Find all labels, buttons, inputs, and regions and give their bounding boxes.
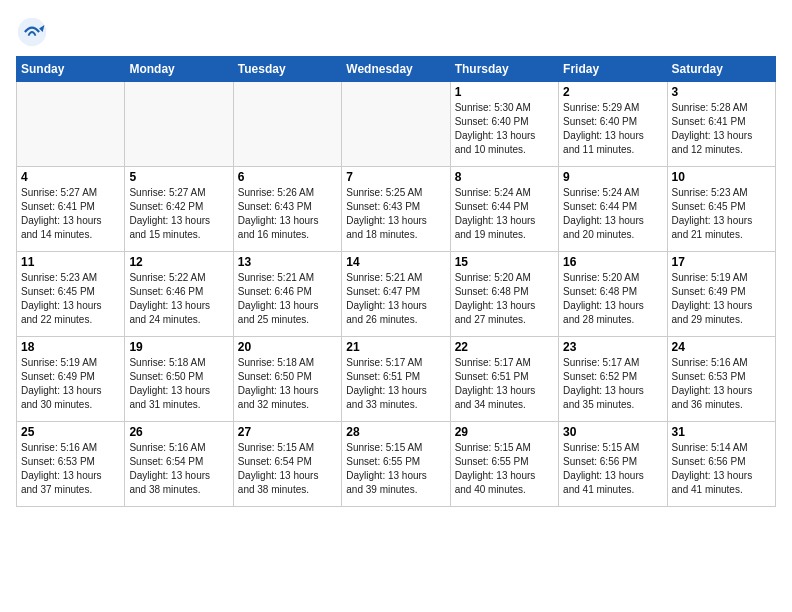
day-cell: 12Sunrise: 5:22 AMSunset: 6:46 PMDayligh… [125, 252, 233, 337]
day-info: Sunrise: 5:19 AMSunset: 6:49 PMDaylight:… [21, 356, 120, 412]
week-row-1: 1Sunrise: 5:30 AMSunset: 6:40 PMDaylight… [17, 82, 776, 167]
week-row-2: 4Sunrise: 5:27 AMSunset: 6:41 PMDaylight… [17, 167, 776, 252]
day-number: 29 [455, 425, 554, 439]
day-info: Sunrise: 5:20 AMSunset: 6:48 PMDaylight:… [455, 271, 554, 327]
day-number: 15 [455, 255, 554, 269]
day-number: 2 [563, 85, 662, 99]
day-number: 24 [672, 340, 771, 354]
day-info: Sunrise: 5:24 AMSunset: 6:44 PMDaylight:… [563, 186, 662, 242]
week-row-4: 18Sunrise: 5:19 AMSunset: 6:49 PMDayligh… [17, 337, 776, 422]
day-number: 27 [238, 425, 337, 439]
day-number: 8 [455, 170, 554, 184]
day-info: Sunrise: 5:17 AMSunset: 6:51 PMDaylight:… [346, 356, 445, 412]
day-number: 23 [563, 340, 662, 354]
day-number: 22 [455, 340, 554, 354]
day-info: Sunrise: 5:20 AMSunset: 6:48 PMDaylight:… [563, 271, 662, 327]
day-number: 18 [21, 340, 120, 354]
day-info: Sunrise: 5:28 AMSunset: 6:41 PMDaylight:… [672, 101, 771, 157]
day-info: Sunrise: 5:15 AMSunset: 6:55 PMDaylight:… [455, 441, 554, 497]
logo-icon [16, 16, 48, 48]
week-row-5: 25Sunrise: 5:16 AMSunset: 6:53 PMDayligh… [17, 422, 776, 507]
day-cell: 11Sunrise: 5:23 AMSunset: 6:45 PMDayligh… [17, 252, 125, 337]
day-cell [125, 82, 233, 167]
day-cell [17, 82, 125, 167]
day-info: Sunrise: 5:26 AMSunset: 6:43 PMDaylight:… [238, 186, 337, 242]
day-cell: 26Sunrise: 5:16 AMSunset: 6:54 PMDayligh… [125, 422, 233, 507]
day-cell: 17Sunrise: 5:19 AMSunset: 6:49 PMDayligh… [667, 252, 775, 337]
day-number: 1 [455, 85, 554, 99]
day-cell [342, 82, 450, 167]
day-cell: 31Sunrise: 5:14 AMSunset: 6:56 PMDayligh… [667, 422, 775, 507]
day-info: Sunrise: 5:15 AMSunset: 6:55 PMDaylight:… [346, 441, 445, 497]
day-info: Sunrise: 5:18 AMSunset: 6:50 PMDaylight:… [129, 356, 228, 412]
day-info: Sunrise: 5:15 AMSunset: 6:54 PMDaylight:… [238, 441, 337, 497]
day-number: 10 [672, 170, 771, 184]
day-cell: 7Sunrise: 5:25 AMSunset: 6:43 PMDaylight… [342, 167, 450, 252]
day-cell: 3Sunrise: 5:28 AMSunset: 6:41 PMDaylight… [667, 82, 775, 167]
day-info: Sunrise: 5:18 AMSunset: 6:50 PMDaylight:… [238, 356, 337, 412]
col-header-saturday: Saturday [667, 57, 775, 82]
day-cell: 20Sunrise: 5:18 AMSunset: 6:50 PMDayligh… [233, 337, 341, 422]
day-info: Sunrise: 5:27 AMSunset: 6:42 PMDaylight:… [129, 186, 228, 242]
day-info: Sunrise: 5:14 AMSunset: 6:56 PMDaylight:… [672, 441, 771, 497]
day-info: Sunrise: 5:19 AMSunset: 6:49 PMDaylight:… [672, 271, 771, 327]
day-cell: 4Sunrise: 5:27 AMSunset: 6:41 PMDaylight… [17, 167, 125, 252]
day-number: 12 [129, 255, 228, 269]
day-cell: 24Sunrise: 5:16 AMSunset: 6:53 PMDayligh… [667, 337, 775, 422]
col-header-thursday: Thursday [450, 57, 558, 82]
day-number: 13 [238, 255, 337, 269]
day-cell: 29Sunrise: 5:15 AMSunset: 6:55 PMDayligh… [450, 422, 558, 507]
day-info: Sunrise: 5:23 AMSunset: 6:45 PMDaylight:… [21, 271, 120, 327]
day-number: 21 [346, 340, 445, 354]
day-info: Sunrise: 5:16 AMSunset: 6:53 PMDaylight:… [21, 441, 120, 497]
day-info: Sunrise: 5:15 AMSunset: 6:56 PMDaylight:… [563, 441, 662, 497]
col-header-wednesday: Wednesday [342, 57, 450, 82]
day-number: 14 [346, 255, 445, 269]
day-cell: 15Sunrise: 5:20 AMSunset: 6:48 PMDayligh… [450, 252, 558, 337]
day-info: Sunrise: 5:24 AMSunset: 6:44 PMDaylight:… [455, 186, 554, 242]
day-number: 7 [346, 170, 445, 184]
day-cell: 30Sunrise: 5:15 AMSunset: 6:56 PMDayligh… [559, 422, 667, 507]
day-cell: 2Sunrise: 5:29 AMSunset: 6:40 PMDaylight… [559, 82, 667, 167]
day-cell: 22Sunrise: 5:17 AMSunset: 6:51 PMDayligh… [450, 337, 558, 422]
day-number: 17 [672, 255, 771, 269]
day-cell: 14Sunrise: 5:21 AMSunset: 6:47 PMDayligh… [342, 252, 450, 337]
day-info: Sunrise: 5:16 AMSunset: 6:54 PMDaylight:… [129, 441, 228, 497]
day-info: Sunrise: 5:29 AMSunset: 6:40 PMDaylight:… [563, 101, 662, 157]
day-cell: 18Sunrise: 5:19 AMSunset: 6:49 PMDayligh… [17, 337, 125, 422]
col-header-monday: Monday [125, 57, 233, 82]
day-number: 25 [21, 425, 120, 439]
day-number: 26 [129, 425, 228, 439]
day-cell: 16Sunrise: 5:20 AMSunset: 6:48 PMDayligh… [559, 252, 667, 337]
day-number: 28 [346, 425, 445, 439]
day-cell: 27Sunrise: 5:15 AMSunset: 6:54 PMDayligh… [233, 422, 341, 507]
week-row-3: 11Sunrise: 5:23 AMSunset: 6:45 PMDayligh… [17, 252, 776, 337]
col-header-sunday: Sunday [17, 57, 125, 82]
day-info: Sunrise: 5:21 AMSunset: 6:46 PMDaylight:… [238, 271, 337, 327]
day-number: 3 [672, 85, 771, 99]
day-cell: 23Sunrise: 5:17 AMSunset: 6:52 PMDayligh… [559, 337, 667, 422]
day-cell: 5Sunrise: 5:27 AMSunset: 6:42 PMDaylight… [125, 167, 233, 252]
day-number: 30 [563, 425, 662, 439]
day-cell: 19Sunrise: 5:18 AMSunset: 6:50 PMDayligh… [125, 337, 233, 422]
day-cell: 6Sunrise: 5:26 AMSunset: 6:43 PMDaylight… [233, 167, 341, 252]
day-info: Sunrise: 5:27 AMSunset: 6:41 PMDaylight:… [21, 186, 120, 242]
day-cell: 21Sunrise: 5:17 AMSunset: 6:51 PMDayligh… [342, 337, 450, 422]
day-number: 5 [129, 170, 228, 184]
day-info: Sunrise: 5:30 AMSunset: 6:40 PMDaylight:… [455, 101, 554, 157]
day-cell: 13Sunrise: 5:21 AMSunset: 6:46 PMDayligh… [233, 252, 341, 337]
day-number: 20 [238, 340, 337, 354]
day-cell [233, 82, 341, 167]
day-cell: 10Sunrise: 5:23 AMSunset: 6:45 PMDayligh… [667, 167, 775, 252]
col-header-friday: Friday [559, 57, 667, 82]
day-cell: 1Sunrise: 5:30 AMSunset: 6:40 PMDaylight… [450, 82, 558, 167]
day-number: 19 [129, 340, 228, 354]
day-number: 4 [21, 170, 120, 184]
day-info: Sunrise: 5:23 AMSunset: 6:45 PMDaylight:… [672, 186, 771, 242]
day-cell: 28Sunrise: 5:15 AMSunset: 6:55 PMDayligh… [342, 422, 450, 507]
day-cell: 8Sunrise: 5:24 AMSunset: 6:44 PMDaylight… [450, 167, 558, 252]
day-number: 31 [672, 425, 771, 439]
calendar-header-row: SundayMondayTuesdayWednesdayThursdayFrid… [17, 57, 776, 82]
day-number: 11 [21, 255, 120, 269]
day-info: Sunrise: 5:17 AMSunset: 6:52 PMDaylight:… [563, 356, 662, 412]
